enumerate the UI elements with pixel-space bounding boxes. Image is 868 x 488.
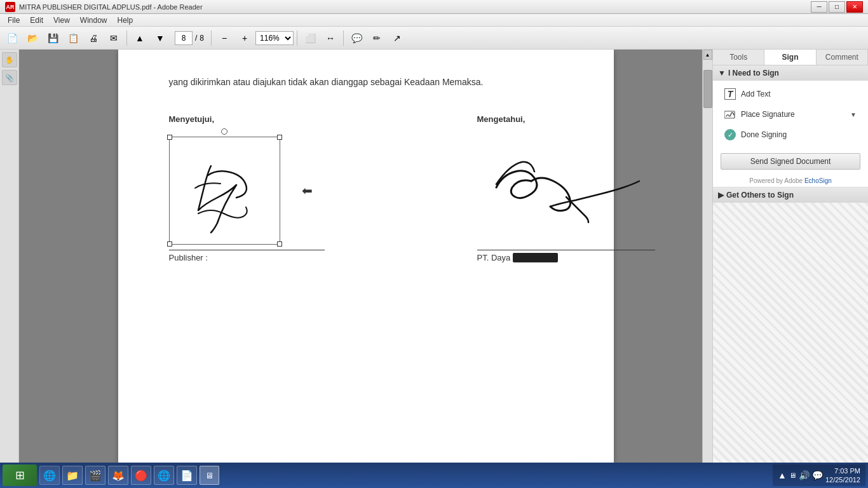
hand-tool[interactable]: ✋ [2,52,17,67]
left-col-header: Menyetujui, [169,114,325,124]
tab-tools[interactable]: Tools [713,50,764,65]
tab-comment[interactable]: Comment [817,50,868,65]
taskbar-chrome[interactable]: 🌐 [154,466,174,485]
taskbar-firefox[interactable]: 🦊 [108,466,128,485]
hatched-area [713,203,868,474]
taskbar-ie[interactable]: 🌐 [39,466,60,485]
page-input[interactable] [175,31,193,45]
collapse-icon: ▼ [718,69,726,78]
echosign-link[interactable]: EchoSign [804,177,832,184]
new-button[interactable]: 📄 [3,29,22,47]
separator-3 [297,30,297,46]
tray-network-icon[interactable]: 🖥 [789,471,796,479]
start-button[interactable]: ⊞ [3,464,37,486]
minimize-button[interactable]: ─ [811,1,827,13]
page-separator: / [195,34,197,43]
place-signature-label: Place Signature [741,110,795,119]
scroll-up-button[interactable]: ▲ [703,50,712,60]
prev-view-button[interactable]: ▲ [130,29,149,47]
i-need-to-sign-section: ▼ I Need to Sign T Add Text [713,65,868,187]
done-signing-label: Done Signing [741,130,787,139]
done-signing-icon: ✓ [724,129,736,140]
tab-sign[interactable]: Sign [764,50,816,65]
tray-up-icon[interactable]: ▲ [778,470,787,480]
taskbar-opera[interactable]: 🔴 [131,466,151,485]
tray-notify-icon[interactable]: 💬 [812,470,823,480]
restore-button[interactable]: □ [829,1,845,13]
i-need-to-sign-content: T Add Text Place Signature ▼ [713,81,868,148]
toolbar: 📄 📂 💾 📋 🖨 ✉ ▲ ▼ / 8 − + 116% 100% 75% 50… [0,27,868,50]
right-sig-label: PT. Daya Suksesindo [477,253,655,262]
signature-svg-left [173,140,275,239]
tray-sound-icon[interactable]: 🔊 [799,470,810,480]
get-others-section[interactable]: ▶ Get Others to Sign [713,187,868,203]
tray-clock[interactable]: 7:03 PM 12/25/2012 [825,466,860,485]
right-panel: Tools Sign Comment ▼ I Need to Sign T Ad… [712,50,868,474]
email-button[interactable]: ✉ [104,29,123,47]
scroll-thumb[interactable] [703,70,712,108]
resize-handle-bl[interactable] [167,241,172,247]
save-button[interactable]: 💾 [43,29,62,47]
add-text-icon: T [724,88,736,100]
i-need-to-sign-header[interactable]: ▼ I Need to Sign [713,65,868,81]
separator-4 [343,30,344,46]
highlight-button[interactable]: ✏ [367,29,386,47]
select-button[interactable]: ↗ [388,29,407,47]
close-button[interactable]: ✕ [846,1,863,13]
menu-window[interactable]: Window [75,15,112,26]
zoom-select[interactable]: 116% 100% 75% 50% [255,31,294,45]
taskbar-folder[interactable]: 📁 [62,466,83,485]
taskbar-media[interactable]: 🎬 [85,466,105,485]
tray-time-value: 7:03 PM [825,466,860,475]
signature-box[interactable]: ⬅ [169,137,280,245]
taskbar: ⊞ 🌐 📁 🎬 🦊 🔴 🌐 📄 🖥 ▲ 🖥 🔊 💬 7:03 PM 12/25/ [0,463,868,488]
save-copy-button[interactable]: 📋 [64,29,83,47]
title-bar-left: AR MITRA PUBLISHER DIGITAL ADPLUS.pdf - … [5,2,203,12]
next-view-button[interactable]: ▼ [151,29,170,47]
signature-arrow: ⬅ [302,183,313,198]
tray-date-value: 12/25/2012 [825,475,860,484]
rotate-handle[interactable] [221,128,227,135]
right-column: Mengetahui, PT. [477,114,655,262]
powered-by-text: Powered by Adobe EchoSign [713,175,868,187]
menu-view[interactable]: View [48,15,75,26]
add-text-item[interactable]: T Add Text [721,86,860,102]
get-others-label: Get Others to Sign [726,191,794,200]
separator-2 [211,30,212,46]
add-text-label: Add Text [741,90,770,98]
fit-width-button[interactable]: ↔ [321,29,340,47]
left-column: Menyetujui, [169,114,325,262]
menu-help[interactable]: Help [112,15,139,26]
taskbar-ico[interactable]: 📄 [177,466,197,485]
menu-file[interactable]: File [3,15,25,26]
menu-edit[interactable]: Edit [25,15,48,26]
comment-button[interactable]: 💬 [347,29,366,47]
separator-1 [126,30,127,46]
resize-handle-tr[interactable] [277,135,282,140]
window-controls: ─ □ ✕ [811,1,863,13]
taskbar-adobe-active[interactable]: 🖥 [200,466,219,485]
window-title: MITRA PUBLISHER DIGITAL ADPLUS.pdf - Ado… [19,3,203,11]
zoom-out-button[interactable]: − [215,29,234,47]
document-area: yang dikirimkan atau diajukan tidak akan… [19,50,712,474]
place-signature-dropdown-icon[interactable]: ▼ [850,111,857,118]
right-panel-tabs: Tools Sign Comment [713,50,868,65]
app-icon: AR [5,2,15,12]
resize-handle-br[interactable] [277,241,282,247]
print-button[interactable]: 🖨 [84,29,103,47]
document-columns: Menyetujui, [169,114,563,262]
done-signing-item[interactable]: ✓ Done Signing [721,126,860,143]
document-page: yang dikirimkan atau diajukan tidak akan… [118,50,614,463]
scroll-track: ▲ [702,50,712,474]
open-button[interactable]: 📂 [23,29,42,47]
zoom-in-button[interactable]: + [235,29,254,47]
send-signed-button[interactable]: Send Signed Document [721,153,860,170]
main-container: ✋ 📎 yang dikirimkan atau diajukan tidak … [0,50,868,474]
signature-svg-right [477,137,655,232]
place-signature-item[interactable]: Place Signature ▼ [721,106,860,123]
attachment-tool[interactable]: 📎 [2,70,17,85]
fit-page-button[interactable]: ⬜ [301,29,320,47]
title-bar: AR MITRA PUBLISHER DIGITAL ADPLUS.pdf - … [0,0,868,14]
resize-handle-tl[interactable] [167,135,172,140]
document-intro-text: yang dikirimkan atau diajukan tidak akan… [169,75,563,89]
